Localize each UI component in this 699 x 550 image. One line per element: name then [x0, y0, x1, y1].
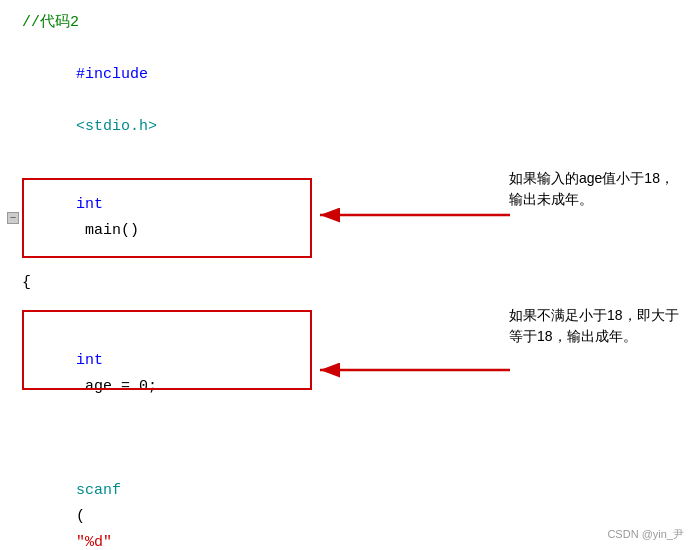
annotation-2: 如果不满足小于18，即大于等于18，输出成年。 [509, 305, 679, 347]
main-text: main() [76, 222, 139, 239]
annotation-1: 如果输入的age值小于18，输出未成年。 [509, 168, 679, 210]
code-include: #include <stdio.h> [18, 36, 157, 166]
line-include: #include <stdio.h> [0, 36, 370, 166]
code-int-age: int age = 0; [18, 296, 157, 426]
include-file: <stdio.h> [76, 118, 157, 135]
indent1 [76, 326, 112, 343]
include-keyword: #include [76, 66, 148, 83]
code-comment: //代码2 [18, 10, 79, 36]
int-keyword: int [76, 196, 103, 213]
line-comment: //代码2 [0, 10, 370, 36]
code-main: int main() [18, 166, 139, 270]
code-area: //代码2 #include <stdio.h> − int main() { … [0, 0, 370, 550]
annotation-text-1: 如果输入的age值小于18，输出未成年。 [509, 168, 679, 210]
code-open-brace-main: { [18, 270, 31, 296]
arrow-svg-1 [310, 175, 530, 255]
scanf-func: scanf [76, 482, 121, 499]
line-scanf: scanf ( "%d" , &age); [0, 426, 370, 550]
annotation-text-2: 如果不满足小于18，即大于等于18，输出成年。 [509, 305, 679, 347]
arrow-svg-2 [310, 330, 530, 410]
int-keyword2: int [76, 352, 103, 369]
watermark: CSDN @yin_尹 [607, 527, 684, 542]
scanf-format: "%d" [76, 534, 112, 550]
scanf-args: ( [76, 508, 85, 525]
collapse-main[interactable]: − [7, 212, 19, 224]
include-space [76, 92, 85, 109]
line-open-main: { [0, 270, 370, 296]
age-text: age = 0; [76, 378, 157, 395]
code-scanf: scanf ( "%d" , &age); [18, 426, 148, 550]
indent2 [76, 456, 112, 473]
